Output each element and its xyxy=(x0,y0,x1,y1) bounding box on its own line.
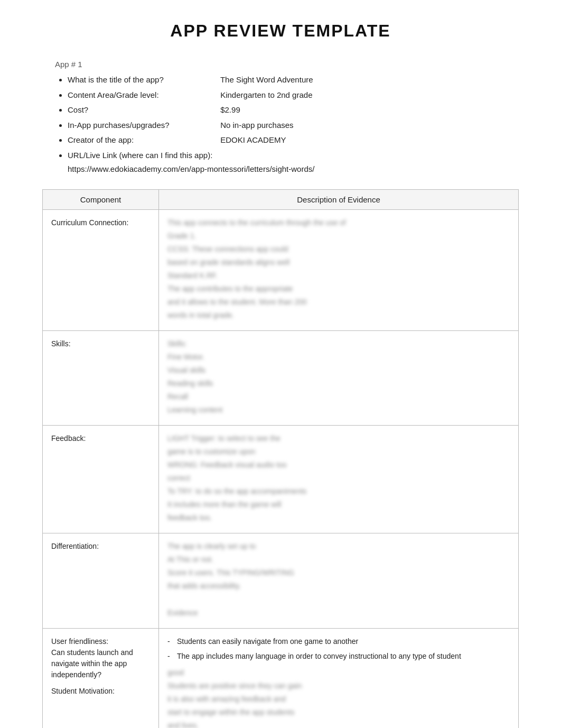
review-table: Component Description of Evidence Curric… xyxy=(42,189,519,728)
user-friendliness-label: User friendliness: xyxy=(51,636,150,647)
bullet-language: - The app includes many language in orde… xyxy=(167,651,510,662)
component-cell-differentiation: Differentiation: xyxy=(43,533,159,629)
field-value-creator: EDOKI ACADEMY xyxy=(220,135,286,144)
component-cell-curriculum: Curriculum Connection: xyxy=(43,210,159,331)
table-row: Feedback: LIGHT Trigger: to select to se… xyxy=(43,426,519,533)
app-number: App # 1 xyxy=(53,60,519,69)
field-value-grade: Kindergarten to 2nd grade xyxy=(220,90,312,99)
bullet-dash-1: - xyxy=(167,636,177,648)
app-field-grade: Content Area/Grade level: Kindergarten t… xyxy=(68,89,519,102)
table-row: Curriculum Connection: This app connects… xyxy=(43,210,519,331)
bullet-dash-2: - xyxy=(167,651,177,662)
app-field-url: URL/Live Link (where can I find this app… xyxy=(68,150,519,162)
field-label-grade: Content Area/Grade level: xyxy=(68,89,205,102)
evidence-cell-skills: Skills: Fine Motor. Visual skills Readin… xyxy=(159,331,519,426)
blurred-evidence-curriculum: This app connects to the curriculum thro… xyxy=(167,217,510,321)
table-row: Skills: Skills: Fine Motor. Visual skill… xyxy=(43,331,519,426)
evidence-cell-differentiation: The app is clearly set up to At This or … xyxy=(159,533,519,629)
table-row: Differentiation: The app is clearly set … xyxy=(43,533,519,629)
field-value-title: The Sight Word Adventure xyxy=(220,75,313,84)
blurred-evidence-differentiation: The app is clearly set up to At This or … xyxy=(167,541,510,619)
student-motivation-label: Student Motivation: xyxy=(51,686,150,697)
app-fields-list: What is the title of the app? The Sight … xyxy=(53,74,519,161)
blurred-evidence-motivation: good Students are positive since they ca… xyxy=(167,667,510,728)
app-field-title: What is the title of the app? The Sight … xyxy=(68,74,519,86)
app-url: https://www.edokiacademy.com/en/app-mont… xyxy=(53,164,519,173)
component-cell-skills: Skills: xyxy=(43,331,159,426)
table-header-component: Component xyxy=(43,190,159,210)
field-label-cost: Cost? xyxy=(68,104,205,116)
page-title: APP REVIEW TEMPLATE xyxy=(42,21,519,41)
field-label-creator: Creator of the app: xyxy=(68,134,205,146)
navigation-question: Can students launch and navigate within … xyxy=(51,647,150,680)
evidence-cell-feedback: LIGHT Trigger: to select to see the game… xyxy=(159,426,519,533)
field-label-title: What is the title of the app? xyxy=(68,74,205,86)
bullet-navigate: - Students can easily navigate from one … xyxy=(167,636,510,648)
field-label-url: URL/Live Link (where can I find this app… xyxy=(68,150,212,162)
app-info-section: App # 1 What is the title of the app? Th… xyxy=(42,60,519,173)
app-field-creator: Creator of the app: EDOKI ACADEMY xyxy=(68,134,519,146)
evidence-cell-userfriendly: - Students can easily navigate from one … xyxy=(159,629,519,729)
blurred-evidence-skills: Skills: Fine Motor. Visual skills Readin… xyxy=(167,338,510,416)
table-row: User friendliness: Can students launch a… xyxy=(43,629,519,729)
table-header-evidence: Description of Evidence xyxy=(159,190,519,210)
app-field-inapp: In-App purchases/upgrades? No in-app pur… xyxy=(68,119,519,132)
evidence-cell-curriculum: This app connects to the curriculum thro… xyxy=(159,210,519,331)
app-field-cost: Cost? $2.99 xyxy=(68,104,519,116)
field-value-cost: $2.99 xyxy=(220,105,240,114)
component-cell-userfriendly: User friendliness: Can students launch a… xyxy=(43,629,159,729)
field-value-inapp: No in-app purchases xyxy=(220,121,293,130)
blurred-evidence-feedback: LIGHT Trigger: to select to see the game… xyxy=(167,433,510,523)
bullet-text-navigate: Students can easily navigate from one ga… xyxy=(177,636,358,648)
component-cell-feedback: Feedback: xyxy=(43,426,159,533)
field-label-inapp: In-App purchases/upgrades? xyxy=(68,119,205,132)
bullet-text-language: The app includes many language in order … xyxy=(177,651,461,662)
